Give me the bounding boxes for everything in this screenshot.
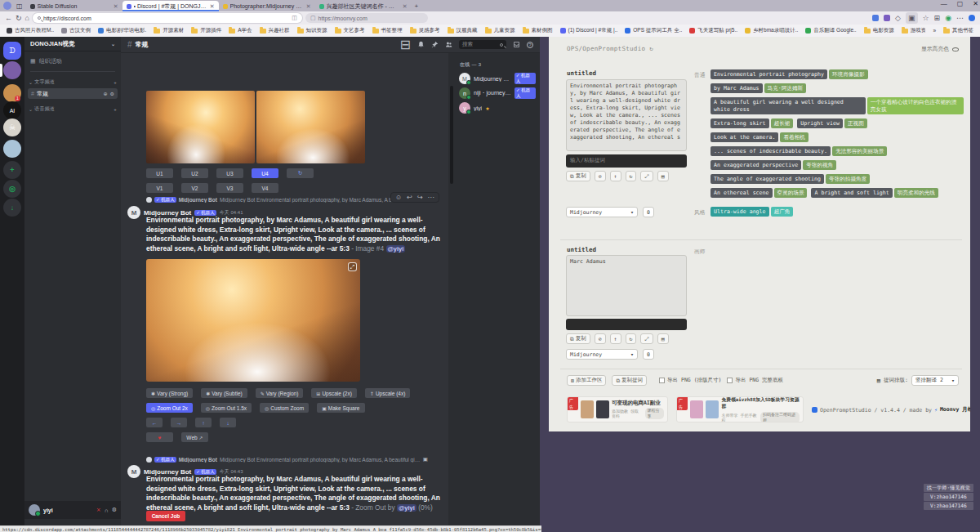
midjourney-button-custom-zoom[interactable]: ◎Custom Zoom [260, 403, 309, 413]
avatar[interactable] [29, 504, 40, 516]
tab-close-icon[interactable]: ✕ [306, 3, 311, 10]
reply-icon[interactable]: ↩ [407, 194, 412, 201]
other-bookmarks-button[interactable]: 其他书签 [943, 27, 973, 34]
home-button[interactable]: ⌂ [25, 12, 29, 24]
bookmark-item[interactable]: 乡村bma录唱设计.. [745, 27, 798, 34]
category-voice-channels[interactable]: ⌄ 语音频道 + [24, 102, 121, 114]
category-text-channels[interactable]: ⌄ 文字频道 + [24, 75, 121, 87]
workspace-name[interactable]: untitled [567, 246, 596, 253]
rail-action-button[interactable]: + [3, 161, 21, 179]
bookmark-item[interactable]: A学会 [229, 27, 252, 34]
server-icon[interactable] [3, 140, 21, 158]
refresh-icon-button[interactable]: ↻ [626, 333, 637, 344]
grid-image-right[interactable] [256, 91, 365, 163]
new-tab-button[interactable]: + [412, 1, 422, 11]
midjourney-button-vary-subtle-[interactable]: ✱Vary (Subtle) [201, 388, 247, 398]
extension-gem-icon[interactable]: ◇ [895, 12, 901, 24]
member-row[interactable]: MMidjourney Bot✓ 机器人 [455, 71, 540, 86]
ad-pill[interactable]: 扫码备注二维码进群 [760, 412, 800, 423]
member-row[interactable]: yyiyi★ [455, 101, 540, 115]
add-channel-icon[interactable]: + [114, 107, 117, 112]
tab-search-icon[interactable]: ◫ [13, 1, 26, 11]
threads-icon[interactable]: ⊟ [400, 37, 411, 52]
bookmark-item[interactable]: 电影资源 [864, 27, 894, 34]
server-icon[interactable] [3, 61, 21, 79]
expand-icon-button[interactable]: ⤢ [640, 171, 653, 181]
refresh-icon-button[interactable]: ↻ [626, 171, 637, 181]
rail-action-button[interactable]: ↓ [3, 199, 21, 217]
send-up-icon-button[interactable]: ↑ [610, 171, 621, 181]
prompt-tag[interactable]: A beautiful girl wearing a well designed… [710, 97, 964, 114]
headphones-icon[interactable]: ∩ [105, 507, 109, 513]
export-png-checkbox-1[interactable]: 导出 PNG (排版尺寸) [659, 377, 721, 384]
bookmark-item[interactable]: 音乐翻译 Google.. [805, 27, 856, 34]
address-bar-primary[interactable]: https://discord.com ◫ [33, 13, 302, 23]
bookmark-item[interactable]: (1) Discord | #常规 |.. [560, 27, 618, 34]
cancel-job-button[interactable]: Cancel Job [146, 511, 185, 521]
ad-card[interactable]: 广告 可变现的电商AI副业 添加助教 领取资料 课程分享 [567, 396, 668, 422]
bookmark-item[interactable]: 汉服典藏 [448, 27, 478, 34]
settings-gear-icon[interactable]: ⚙ [112, 507, 117, 513]
refresh-button[interactable]: ↻ [16, 12, 22, 24]
bookmark-item[interactable]: 古汉文例 [61, 27, 91, 34]
server-icon[interactable]: AI [3, 101, 21, 119]
moonvy-brand[interactable]: Moonvy 月维 [940, 406, 970, 414]
save-icon-button[interactable]: ▤ [657, 333, 669, 344]
search-input[interactable]: 搜索 [459, 40, 506, 49]
add-channel-icon[interactable]: + [114, 80, 117, 85]
back-button[interactable]: ← [5, 12, 12, 24]
help-icon[interactable]: ? [527, 42, 533, 48]
count-box[interactable]: 0 [643, 349, 654, 360]
save-icon-button[interactable]: ▤ [657, 171, 669, 181]
microphone-muted-icon[interactable]: ⨯ [96, 507, 101, 513]
midjourney-upscaled-image[interactable]: ⤢ [146, 259, 360, 382]
avatar[interactable]: M [127, 465, 140, 478]
collections-icon[interactable]: ⊞ [934, 12, 941, 24]
reply-preview[interactable]: ✓ 机器人 Midjourney Bot Midjourney Bot Envi… [146, 456, 428, 463]
address-bar-secondary[interactable]: ▢ https://moonvy.com [305, 13, 428, 23]
add-reaction-icon[interactable]: ☺ [395, 194, 402, 201]
copy-button[interactable]: ⧉复制 [566, 333, 590, 344]
bookmark-item[interactable]: 知识资源 [297, 27, 327, 34]
midjourney-button-v2[interactable]: V2 [181, 183, 208, 193]
tab-close-icon[interactable]: ✕ [114, 3, 118, 10]
prompt-tag[interactable]: ... scenes of indescribable beauty.无法形容的… [710, 146, 887, 156]
browser-tab[interactable]: 兴趣部社区关键词名作 - 飞书云文档✕ [315, 1, 412, 11]
member-list-icon[interactable] [445, 41, 452, 48]
extension-a-icon[interactable] [884, 15, 890, 21]
browser-menu-icon[interactable]: ⋯ [956, 12, 964, 24]
refresh-icon[interactable]: ↻ [649, 45, 653, 52]
prompt-tag[interactable]: Extra-long skirt超长裙 [710, 118, 793, 128]
pan-arrow-button[interactable]: ↑ [195, 418, 212, 427]
expand-image-icon[interactable]: ⤢ [348, 262, 357, 271]
inbox-icon[interactable] [513, 41, 520, 48]
workspace-name[interactable]: untitled [567, 69, 596, 77]
mention-pill[interactable]: @yiyi [397, 504, 416, 512]
prompt-tag[interactable]: by Marc Adamus马克·阿达姆斯 [710, 83, 806, 93]
prompt-tag[interactable]: Ultra-wide angle超广角 [710, 207, 793, 217]
midjourney-button-u2[interactable]: U2 [181, 168, 208, 178]
midjourney-button-u3[interactable]: U3 [216, 168, 243, 178]
server-header[interactable]: DONGJIAN视觉 ⌄ [24, 37, 121, 51]
prompt-input-bar[interactable]: 输入/粘贴提词 [566, 154, 687, 168]
profile-icon[interactable] [3, 2, 11, 10]
show-colors-toggle[interactable]: 显示高亮色 [921, 45, 959, 53]
bookmark-item[interactable]: 灵感参考 [410, 27, 440, 34]
count-box[interactable]: 0 [643, 207, 654, 217]
browser-tab[interactable]: Stable Diffusion✕ [26, 1, 122, 11]
copy-button[interactable]: ⧉复制 [566, 171, 590, 181]
bookmark-item[interactable]: 儿童资源 [485, 27, 515, 34]
prompt-tag[interactable]: Environmental portrait photography环境肖像摄影 [710, 69, 868, 79]
bookmark-item[interactable]: 游戏资源 [902, 27, 926, 34]
prompt-tag[interactable]: An exaggerated perspective夸张的视角 [710, 160, 836, 170]
bookmark-item[interactable]: 文艺参考 [335, 27, 365, 34]
browser-tab[interactable]: • Discord | #常规 | DONGJIAN视觉✕ [122, 1, 219, 11]
channel-item-general[interactable]: # 常规 ⊕ ⚙ [28, 88, 118, 99]
midjourney-button-u4[interactable]: U4 [252, 168, 278, 178]
midjourney-button-v1[interactable]: V1 [146, 183, 173, 193]
chat-scrollbar[interactable] [448, 53, 455, 525]
reading-extension-icon[interactable]: ▣ [906, 12, 918, 24]
engine-select[interactable]: Midjourney ▾ [566, 207, 638, 217]
midjourney-button-make-square[interactable]: ▣Make Square [317, 403, 364, 413]
window-minimize-button[interactable]: — [941, 0, 947, 7]
